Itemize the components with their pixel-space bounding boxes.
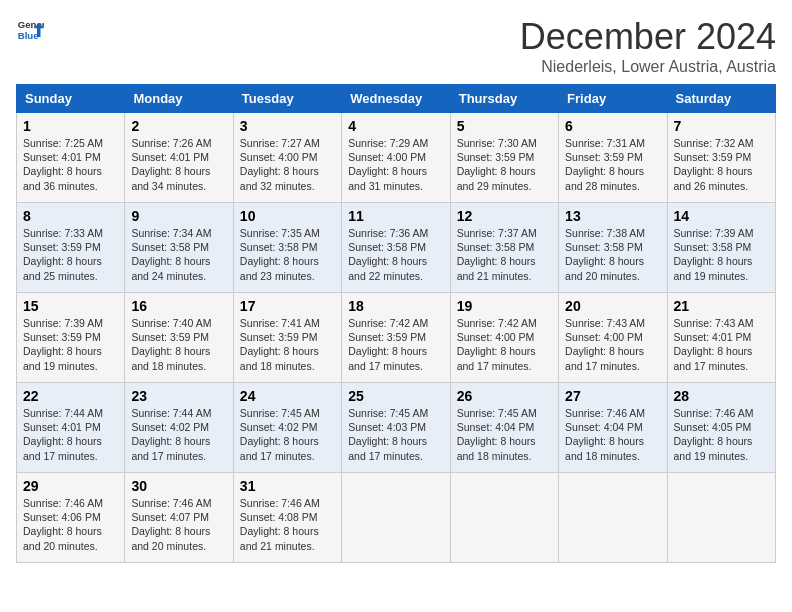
day-number: 17 [240, 298, 335, 314]
day-info: Sunrise: 7:37 AM Sunset: 3:58 PM Dayligh… [457, 226, 552, 283]
column-header-saturday: Saturday [667, 85, 775, 113]
day-number: 8 [23, 208, 118, 224]
day-info: Sunrise: 7:42 AM Sunset: 3:59 PM Dayligh… [348, 316, 443, 373]
day-info: Sunrise: 7:38 AM Sunset: 3:58 PM Dayligh… [565, 226, 660, 283]
day-info: Sunrise: 7:45 AM Sunset: 4:04 PM Dayligh… [457, 406, 552, 463]
day-number: 29 [23, 478, 118, 494]
calendar-cell: 16Sunrise: 7:40 AM Sunset: 3:59 PM Dayli… [125, 293, 233, 383]
day-number: 27 [565, 388, 660, 404]
day-info: Sunrise: 7:36 AM Sunset: 3:58 PM Dayligh… [348, 226, 443, 283]
calendar-cell: 21Sunrise: 7:43 AM Sunset: 4:01 PM Dayli… [667, 293, 775, 383]
day-info: Sunrise: 7:30 AM Sunset: 3:59 PM Dayligh… [457, 136, 552, 193]
day-number: 15 [23, 298, 118, 314]
day-number: 26 [457, 388, 552, 404]
calendar-header: SundayMondayTuesdayWednesdayThursdayFrid… [17, 85, 776, 113]
day-info: Sunrise: 7:41 AM Sunset: 3:59 PM Dayligh… [240, 316, 335, 373]
day-info: Sunrise: 7:32 AM Sunset: 3:59 PM Dayligh… [674, 136, 769, 193]
calendar-cell: 15Sunrise: 7:39 AM Sunset: 3:59 PM Dayli… [17, 293, 125, 383]
column-header-sunday: Sunday [17, 85, 125, 113]
day-number: 23 [131, 388, 226, 404]
day-number: 25 [348, 388, 443, 404]
day-number: 12 [457, 208, 552, 224]
calendar-cell: 27Sunrise: 7:46 AM Sunset: 4:04 PM Dayli… [559, 383, 667, 473]
day-number: 20 [565, 298, 660, 314]
calendar-cell: 13Sunrise: 7:38 AM Sunset: 3:58 PM Dayli… [559, 203, 667, 293]
calendar-cell: 5Sunrise: 7:30 AM Sunset: 3:59 PM Daylig… [450, 113, 558, 203]
week-row-2: 8Sunrise: 7:33 AM Sunset: 3:59 PM Daylig… [17, 203, 776, 293]
calendar-title: December 2024 [520, 16, 776, 58]
week-row-4: 22Sunrise: 7:44 AM Sunset: 4:01 PM Dayli… [17, 383, 776, 473]
day-number: 31 [240, 478, 335, 494]
calendar-cell: 14Sunrise: 7:39 AM Sunset: 3:58 PM Dayli… [667, 203, 775, 293]
day-number: 22 [23, 388, 118, 404]
day-number: 28 [674, 388, 769, 404]
calendar-cell: 12Sunrise: 7:37 AM Sunset: 3:58 PM Dayli… [450, 203, 558, 293]
calendar-cell [450, 473, 558, 563]
day-number: 9 [131, 208, 226, 224]
calendar-cell: 10Sunrise: 7:35 AM Sunset: 3:58 PM Dayli… [233, 203, 341, 293]
day-info: Sunrise: 7:45 AM Sunset: 4:03 PM Dayligh… [348, 406, 443, 463]
day-number: 2 [131, 118, 226, 134]
calendar-cell: 25Sunrise: 7:45 AM Sunset: 4:03 PM Dayli… [342, 383, 450, 473]
svg-text:Blue: Blue [18, 30, 39, 41]
calendar-cell: 1Sunrise: 7:25 AM Sunset: 4:01 PM Daylig… [17, 113, 125, 203]
calendar-cell: 18Sunrise: 7:42 AM Sunset: 3:59 PM Dayli… [342, 293, 450, 383]
calendar-cell: 19Sunrise: 7:42 AM Sunset: 4:00 PM Dayli… [450, 293, 558, 383]
day-info: Sunrise: 7:35 AM Sunset: 3:58 PM Dayligh… [240, 226, 335, 283]
day-info: Sunrise: 7:40 AM Sunset: 3:59 PM Dayligh… [131, 316, 226, 373]
calendar-body: 1Sunrise: 7:25 AM Sunset: 4:01 PM Daylig… [17, 113, 776, 563]
day-info: Sunrise: 7:39 AM Sunset: 3:59 PM Dayligh… [23, 316, 118, 373]
day-number: 14 [674, 208, 769, 224]
calendar-cell: 3Sunrise: 7:27 AM Sunset: 4:00 PM Daylig… [233, 113, 341, 203]
day-info: Sunrise: 7:45 AM Sunset: 4:02 PM Dayligh… [240, 406, 335, 463]
column-header-wednesday: Wednesday [342, 85, 450, 113]
day-number: 4 [348, 118, 443, 134]
day-info: Sunrise: 7:27 AM Sunset: 4:00 PM Dayligh… [240, 136, 335, 193]
calendar-cell [559, 473, 667, 563]
calendar-cell: 31Sunrise: 7:46 AM Sunset: 4:08 PM Dayli… [233, 473, 341, 563]
day-number: 11 [348, 208, 443, 224]
logo: General Blue [16, 16, 44, 44]
day-info: Sunrise: 7:39 AM Sunset: 3:58 PM Dayligh… [674, 226, 769, 283]
calendar-cell: 8Sunrise: 7:33 AM Sunset: 3:59 PM Daylig… [17, 203, 125, 293]
calendar-cell: 20Sunrise: 7:43 AM Sunset: 4:00 PM Dayli… [559, 293, 667, 383]
day-info: Sunrise: 7:43 AM Sunset: 4:01 PM Dayligh… [674, 316, 769, 373]
calendar-cell: 29Sunrise: 7:46 AM Sunset: 4:06 PM Dayli… [17, 473, 125, 563]
calendar-cell: 26Sunrise: 7:45 AM Sunset: 4:04 PM Dayli… [450, 383, 558, 473]
calendar-cell: 28Sunrise: 7:46 AM Sunset: 4:05 PM Dayli… [667, 383, 775, 473]
column-header-friday: Friday [559, 85, 667, 113]
day-number: 10 [240, 208, 335, 224]
day-info: Sunrise: 7:46 AM Sunset: 4:06 PM Dayligh… [23, 496, 118, 553]
header-row: SundayMondayTuesdayWednesdayThursdayFrid… [17, 85, 776, 113]
week-row-5: 29Sunrise: 7:46 AM Sunset: 4:06 PM Dayli… [17, 473, 776, 563]
day-info: Sunrise: 7:46 AM Sunset: 4:08 PM Dayligh… [240, 496, 335, 553]
day-info: Sunrise: 7:34 AM Sunset: 3:58 PM Dayligh… [131, 226, 226, 283]
week-row-3: 15Sunrise: 7:39 AM Sunset: 3:59 PM Dayli… [17, 293, 776, 383]
day-number: 16 [131, 298, 226, 314]
day-info: Sunrise: 7:33 AM Sunset: 3:59 PM Dayligh… [23, 226, 118, 283]
day-number: 5 [457, 118, 552, 134]
day-number: 7 [674, 118, 769, 134]
calendar-cell: 17Sunrise: 7:41 AM Sunset: 3:59 PM Dayli… [233, 293, 341, 383]
day-number: 3 [240, 118, 335, 134]
title-area: December 2024 Niederleis, Lower Austria,… [520, 16, 776, 76]
calendar-cell: 11Sunrise: 7:36 AM Sunset: 3:58 PM Dayli… [342, 203, 450, 293]
day-info: Sunrise: 7:42 AM Sunset: 4:00 PM Dayligh… [457, 316, 552, 373]
logo-icon: General Blue [16, 16, 44, 44]
calendar-cell: 9Sunrise: 7:34 AM Sunset: 3:58 PM Daylig… [125, 203, 233, 293]
calendar-cell: 30Sunrise: 7:46 AM Sunset: 4:07 PM Dayli… [125, 473, 233, 563]
day-number: 21 [674, 298, 769, 314]
day-info: Sunrise: 7:29 AM Sunset: 4:00 PM Dayligh… [348, 136, 443, 193]
calendar-cell [667, 473, 775, 563]
day-info: Sunrise: 7:43 AM Sunset: 4:00 PM Dayligh… [565, 316, 660, 373]
header: General Blue December 2024 Niederleis, L… [16, 16, 776, 76]
calendar-subtitle: Niederleis, Lower Austria, Austria [520, 58, 776, 76]
day-number: 19 [457, 298, 552, 314]
day-number: 24 [240, 388, 335, 404]
column-header-tuesday: Tuesday [233, 85, 341, 113]
column-header-thursday: Thursday [450, 85, 558, 113]
day-info: Sunrise: 7:31 AM Sunset: 3:59 PM Dayligh… [565, 136, 660, 193]
day-number: 6 [565, 118, 660, 134]
day-number: 13 [565, 208, 660, 224]
calendar-table: SundayMondayTuesdayWednesdayThursdayFrid… [16, 84, 776, 563]
